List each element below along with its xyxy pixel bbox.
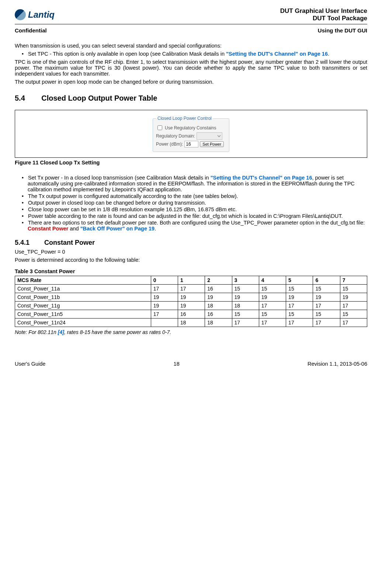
use-regulatory-checkbox[interactable] [157, 125, 162, 130]
table-cell: 19 [151, 293, 178, 302]
table-cell: 17 [286, 319, 313, 327]
table-cell: 15 [313, 310, 340, 319]
table-cell: 15 [232, 310, 259, 319]
power-determined-line: Power is determined according to the fol… [15, 257, 367, 263]
use-regulatory-label: Use Regulatory Constains [165, 125, 216, 131]
regulatory-domain-select[interactable] [197, 132, 222, 140]
footer-page: 18 [174, 361, 180, 367]
link-setting-channel-2[interactable]: "Setting the DUT's Channel" on Page 16 [211, 175, 312, 181]
bullet-resolution: Close loop power can be set in 1/8 dB re… [15, 206, 367, 212]
table-cell: 19 [286, 293, 313, 302]
intro-p2: TPC is one of the gain controls of the R… [15, 59, 367, 77]
logo: Lantiq [15, 9, 55, 20]
table-cell: 17 [313, 302, 340, 310]
intro-bullet-1: Set TPC - This option is only available … [15, 51, 367, 57]
table-cell: 17 [340, 302, 367, 310]
figure-11-caption: Figure 11 Closed Loop Tx Setting [15, 160, 367, 166]
table-header: 4 [259, 276, 286, 285]
table-cell: 15 [259, 285, 286, 293]
table-cell: 15 [286, 310, 313, 319]
footer-right: Revision 1.1, 2013-05-06 [308, 361, 367, 367]
doc-title-line1: DUT Graphical User Interface [280, 7, 367, 15]
power-row: Power (dBm): Set Power [156, 141, 226, 147]
table-cell: 18 [205, 319, 232, 327]
table-row: Const_Power_11g1919181817171717 [15, 302, 367, 310]
table-cell: 15 [340, 310, 367, 319]
constant-power-table: MCS Rate01234567 Const_Power_11a17171615… [15, 276, 367, 327]
link-constant-power[interactable]: Constant Power [28, 226, 68, 232]
table-cell: Const_Power_11n24 [15, 319, 151, 327]
table-cell: 16 [205, 310, 232, 319]
table-cell: 17 [313, 319, 340, 327]
table-header: MCS Rate [15, 276, 151, 285]
table-cell: 19 [205, 293, 232, 302]
bullet-set-tx-power: Set Tx power - In a closed loop transmis… [15, 175, 367, 192]
table-cell: 17 [151, 285, 178, 293]
table-cell: 18 [178, 319, 205, 327]
table-cell: 19 [178, 302, 205, 310]
bullet-output-closed: Output power in closed loop can be chang… [15, 200, 367, 206]
power-label: Power (dBm): [156, 142, 183, 147]
table-cell: 15 [259, 310, 286, 319]
table-3-title: Table 3 Constant Power [15, 268, 367, 274]
table-header: 0 [151, 276, 178, 285]
panel-legend: Closed Loop Power Control [156, 116, 213, 121]
use-regulatory-row: Use Regulatory Constains [156, 124, 226, 131]
intro-p3: The output power in open loop mode can b… [15, 79, 367, 85]
table-cell: Const_Power_11b [15, 293, 151, 302]
table-cell: 17 [340, 319, 367, 327]
table-cell: 15 [313, 285, 340, 293]
table-row: Const_Power_11n51716161515151515 [15, 310, 367, 319]
table-cell: Const_Power_11n5 [15, 310, 151, 319]
ref-4[interactable]: [4] [58, 329, 64, 335]
section-5-4-1-heading: 5.4.1 Constant Power [15, 239, 367, 247]
table-row: Const_Power_11n2418181717171717 [15, 319, 367, 327]
table-cell: 19 [313, 293, 340, 302]
confidential-label: Confidential [15, 27, 47, 34]
doc-title-line2: DUT Tool Package [280, 15, 367, 22]
table-note: Note: For 802.11n [4], rates 8-15 have t… [15, 329, 367, 335]
power-input[interactable] [184, 141, 198, 147]
table-row: Const_Power_11b1919191919191919 [15, 293, 367, 302]
table-cell: 17 [151, 310, 178, 319]
bullet-tx-output: The Tx output power is configured automa… [15, 193, 367, 199]
table-cell: 18 [205, 302, 232, 310]
table-row: Const_Power_11a1717161515151515 [15, 285, 367, 293]
table-header: 5 [286, 276, 313, 285]
bullet-two-options: There are two options to set the default… [15, 220, 367, 232]
header: Lantiq DUT Graphical User Interface DUT … [15, 7, 367, 22]
table-cell: 19 [340, 293, 367, 302]
table-cell: 17 [178, 285, 205, 293]
section-5-4-bullets: Set Tx power - In a closed loop transmis… [15, 175, 367, 232]
table-cell: 18 [232, 302, 259, 310]
table-cell: 15 [286, 285, 313, 293]
figure-11-box: Closed Loop Power Control Use Regulatory… [15, 110, 367, 158]
table-cell: 15 [340, 285, 367, 293]
link-setting-channel[interactable]: "Setting the DUT's Channel" on Page 16 [226, 51, 328, 57]
table-cell: 16 [178, 310, 205, 319]
table-cell: 17 [286, 302, 313, 310]
header-divider [15, 24, 367, 24]
link-back-off-power[interactable]: "Back Off Power" on Page 19 [80, 226, 155, 232]
logo-text: Lantiq [28, 10, 55, 20]
table-cell: 19 [232, 293, 259, 302]
section-label: Using the DUT GUI [318, 27, 367, 34]
table-cell: Const_Power_11g [15, 302, 151, 310]
table-header: 2 [205, 276, 232, 285]
set-power-button[interactable]: Set Power [200, 141, 224, 147]
table-body: Const_Power_11a1717161515151515Const_Pow… [15, 285, 367, 327]
table-cell: 17 [232, 319, 259, 327]
table-cell: 16 [205, 285, 232, 293]
logo-icon [15, 9, 26, 20]
table-cell: Const_Power_11a [15, 285, 151, 293]
footer-left: User's Guide [15, 361, 45, 367]
table-cell: 17 [259, 319, 286, 327]
table-cell: 19 [151, 302, 178, 310]
table-header: 3 [232, 276, 259, 285]
table-header: 6 [313, 276, 340, 285]
use-tpc-line: Use_TPC_Power = 0 [15, 249, 367, 255]
intro-bullets: Set TPC - This option is only available … [15, 51, 367, 57]
table-header: 1 [178, 276, 205, 285]
intro-p1: When transmission is used, you can selec… [15, 43, 367, 49]
table-cell: 17 [259, 302, 286, 310]
